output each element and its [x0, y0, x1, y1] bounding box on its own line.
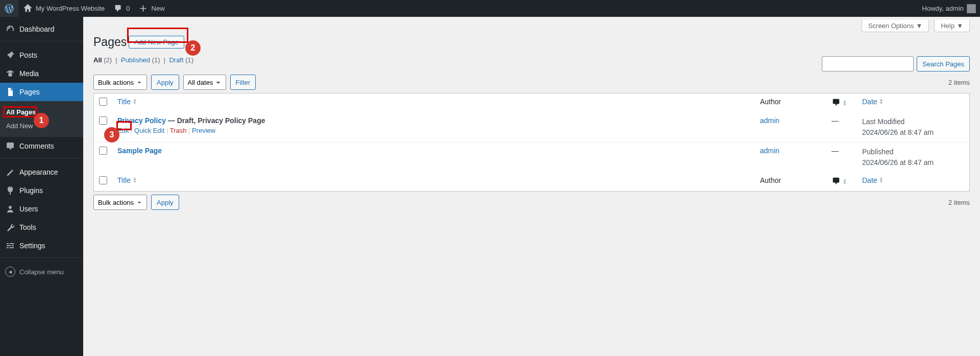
comments-link[interactable]: 0	[109, 0, 134, 17]
menu-comments[interactable]: Comments	[0, 137, 83, 155]
menu-label: Appearance	[19, 168, 58, 176]
filter-button[interactable]: Filter	[230, 75, 256, 90]
menu-posts[interactable]: Posts	[0, 46, 83, 64]
sort-icon: ▲▼	[879, 177, 884, 183]
admin-toolbar: My WordPress Website 0 New Howdy, admin	[0, 0, 980, 17]
row-title-link[interactable]: Sample Page	[117, 147, 162, 155]
media-icon	[5, 68, 15, 79]
menu-label: Tools	[19, 223, 36, 231]
filter-draft[interactable]: Draft	[169, 56, 183, 64]
author-link[interactable]: admin	[760, 116, 779, 125]
select-all-bottom[interactable]	[99, 176, 107, 184]
comment-icon	[831, 98, 841, 108]
row-title-link[interactable]: Privacy Policy	[117, 116, 166, 125]
brush-icon	[5, 167, 15, 177]
table-row: Privacy Policy — Draft, Privacy Policy P…	[94, 112, 969, 143]
menu-dashboard[interactable]: Dashboard	[0, 20, 83, 38]
search-box: Search Pages	[822, 56, 970, 72]
dates-filter-select[interactable]: All dates	[183, 75, 226, 90]
row-checkbox[interactable]	[99, 116, 107, 125]
menu-label: Plugins	[19, 186, 43, 195]
preview-link[interactable]: Preview	[192, 127, 215, 134]
col-comments[interactable]: ▲▼	[831, 98, 847, 108]
comments-count: 0	[126, 5, 130, 12]
menu-label: Media	[19, 69, 39, 78]
edit-link[interactable]: Edit	[117, 127, 129, 134]
screen-options-button[interactable]: Screen Options ▼	[862, 20, 929, 32]
caret-down-icon: ▼	[916, 22, 923, 30]
admin-sidebar: Dashboard Posts Media Pages All Pages Ad…	[0, 17, 83, 356]
menu-users[interactable]: Users	[0, 200, 83, 218]
search-button[interactable]: Search Pages	[917, 56, 970, 72]
menu-label: Posts	[19, 51, 37, 59]
date-value: 2024/06/26 at 8:47 am	[862, 128, 934, 136]
filter-all[interactable]: All	[93, 56, 102, 64]
wordpress-icon	[4, 4, 14, 14]
my-account[interactable]: Howdy, admin	[918, 0, 980, 17]
status-filters: All (2) | Published (1) | Draft (1)	[93, 56, 193, 64]
search-input[interactable]	[822, 56, 914, 72]
pages-table: Title▲▼ Author ▲▼ Date▲▼ Privacy Policy …	[93, 93, 970, 192]
sort-icon: ▲▼	[879, 99, 884, 105]
submenu-all-pages[interactable]: All Pages	[0, 105, 83, 119]
new-content-link[interactable]: New	[134, 0, 169, 17]
table-row: Sample Page admin — Published2024/06/26 …	[94, 143, 969, 172]
screen-meta-links: Screen Options ▼ Help ▼	[93, 17, 970, 32]
col-title[interactable]: Title▲▼	[117, 98, 137, 106]
row-comments: —	[826, 112, 857, 143]
pin-icon	[5, 50, 15, 60]
date-value: 2024/06/26 at 8:47 am	[862, 158, 934, 167]
menu-label: Dashboard	[19, 25, 55, 33]
help-button[interactable]: Help ▼	[934, 20, 970, 32]
comment-icon	[113, 4, 123, 14]
svg-point-1	[9, 206, 12, 209]
site-link[interactable]: My WordPress Website	[18, 0, 109, 17]
collapse-menu[interactable]: ◄ Collapse menu	[0, 263, 83, 281]
row-checkbox[interactable]	[99, 147, 107, 155]
trash-link[interactable]: Trash	[170, 127, 187, 134]
menu-label: Users	[19, 205, 38, 213]
menu-pages[interactable]: Pages	[0, 83, 83, 101]
col-date[interactable]: Date▲▼	[862, 98, 884, 106]
col-comments-bottom[interactable]: ▲▼	[831, 176, 847, 187]
apply-button-top[interactable]: Apply	[151, 75, 179, 90]
date-status: Last Modified	[862, 117, 904, 126]
wp-logo[interactable]	[0, 0, 18, 17]
sort-icon: ▲▼	[843, 100, 847, 106]
apply-button-bottom[interactable]: Apply	[151, 195, 179, 210]
menu-tools[interactable]: Tools	[0, 218, 83, 236]
select-all-top[interactable]	[99, 98, 107, 106]
bulk-actions-select-bottom[interactable]: Bulk actions	[93, 195, 147, 210]
wrench-icon	[5, 222, 15, 232]
user-icon	[5, 204, 15, 214]
row-state: — Draft, Privacy Policy Page	[166, 116, 265, 125]
items-count-bottom: 2 items	[948, 199, 970, 206]
quick-edit-link[interactable]: Quick Edit	[134, 127, 164, 134]
submenu-add-new[interactable]: Add New	[0, 119, 83, 133]
sliders-icon	[5, 241, 15, 251]
menu-settings[interactable]: Settings	[0, 236, 83, 255]
home-icon	[22, 4, 33, 14]
pages-submenu: All Pages Add New	[0, 101, 83, 137]
filter-published[interactable]: Published	[121, 56, 150, 64]
author-link[interactable]: admin	[760, 147, 779, 155]
menu-label: Pages	[19, 88, 40, 96]
row-actions: Edit | Quick Edit | Trash | Preview	[117, 127, 750, 134]
svg-point-0	[8, 73, 12, 77]
menu-media[interactable]: Media	[0, 64, 83, 83]
menu-appearance[interactable]: Appearance	[0, 163, 83, 181]
col-title-bottom[interactable]: Title▲▼	[117, 176, 137, 184]
menu-plugins[interactable]: Plugins	[0, 181, 83, 200]
add-new-page-button[interactable]: Add New Page	[129, 36, 184, 49]
content-area: Screen Options ▼ Help ▼ Pages Add New Pa…	[83, 17, 980, 223]
howdy-text: Howdy, admin	[922, 5, 964, 12]
menu-label: Settings	[19, 242, 45, 250]
date-status: Published	[862, 148, 894, 156]
col-date-bottom[interactable]: Date▲▼	[862, 176, 884, 184]
new-label: New	[152, 5, 165, 12]
page-title: Pages	[93, 35, 127, 49]
row-comments: —	[826, 143, 857, 172]
bulk-actions-select-top[interactable]: Bulk actions	[93, 75, 147, 90]
comment-icon	[831, 176, 841, 187]
sort-icon: ▲▼	[133, 99, 137, 105]
